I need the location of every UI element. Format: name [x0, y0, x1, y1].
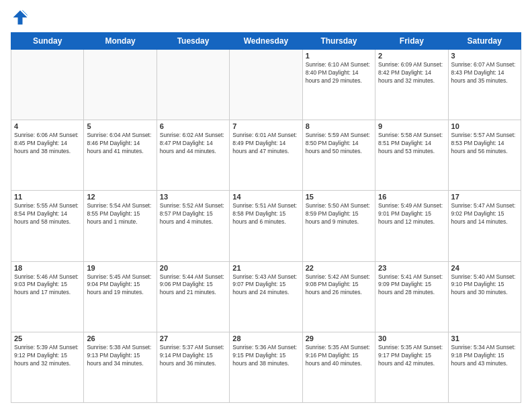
day-number: 17	[451, 193, 518, 201]
day-number: 6	[160, 122, 226, 130]
weekday-header-wednesday: Wednesday	[230, 33, 302, 50]
calendar-cell: 31Sunrise: 5:34 AM Sunset: 9:18 PM Dayli…	[448, 332, 521, 402]
weekday-header-tuesday: Tuesday	[157, 33, 229, 50]
calendar-cell	[230, 50, 302, 120]
day-number: 13	[160, 193, 226, 201]
day-number: 9	[378, 122, 445, 130]
calendar-cell: 1Sunrise: 6:10 AM Sunset: 8:40 PM Daylig…	[302, 50, 375, 120]
calendar-cell: 4Sunrise: 6:06 AM Sunset: 8:45 PM Daylig…	[11, 120, 84, 191]
day-info: Sunrise: 5:50 AM Sunset: 8:59 PM Dayligh…	[306, 202, 372, 226]
week-row-2: 4Sunrise: 6:06 AM Sunset: 8:45 PM Daylig…	[11, 120, 521, 191]
day-number: 29	[306, 334, 372, 342]
calendar-table: SundayMondayTuesdayWednesdayThursdayFrid…	[11, 32, 521, 403]
day-number: 7	[232, 122, 299, 130]
day-info: Sunrise: 6:06 AM Sunset: 8:45 PM Dayligh…	[14, 132, 81, 156]
day-info: Sunrise: 5:49 AM Sunset: 9:01 PM Dayligh…	[378, 202, 445, 226]
day-number: 24	[451, 264, 518, 272]
header	[11, 8, 521, 27]
day-info: Sunrise: 5:43 AM Sunset: 9:07 PM Dayligh…	[232, 273, 299, 298]
day-number: 26	[87, 334, 153, 342]
day-info: Sunrise: 5:35 AM Sunset: 9:16 PM Dayligh…	[306, 344, 372, 368]
calendar-cell: 15Sunrise: 5:50 AM Sunset: 8:59 PM Dayli…	[302, 191, 375, 261]
day-info: Sunrise: 5:59 AM Sunset: 8:50 PM Dayligh…	[306, 132, 372, 156]
day-info: Sunrise: 6:01 AM Sunset: 8:49 PM Dayligh…	[232, 132, 299, 156]
calendar-cell: 17Sunrise: 5:47 AM Sunset: 9:02 PM Dayli…	[448, 191, 521, 261]
day-info: Sunrise: 5:37 AM Sunset: 9:14 PM Dayligh…	[160, 344, 226, 368]
day-number: 5	[87, 122, 153, 130]
calendar-cell: 29Sunrise: 5:35 AM Sunset: 9:16 PM Dayli…	[302, 332, 375, 402]
calendar-cell: 24Sunrise: 5:40 AM Sunset: 9:10 PM Dayli…	[448, 261, 521, 332]
calendar-cell: 23Sunrise: 5:41 AM Sunset: 9:09 PM Dayli…	[375, 261, 448, 332]
calendar-cell: 12Sunrise: 5:54 AM Sunset: 8:55 PM Dayli…	[84, 191, 157, 261]
day-number: 25	[14, 334, 81, 342]
day-number: 20	[160, 264, 226, 272]
weekday-header-monday: Monday	[84, 33, 157, 50]
weekday-header-sunday: Sunday	[11, 33, 84, 50]
weekday-header-thursday: Thursday	[302, 33, 375, 50]
week-row-1: 1Sunrise: 6:10 AM Sunset: 8:40 PM Daylig…	[11, 50, 521, 120]
day-number: 1	[306, 52, 372, 60]
day-info: Sunrise: 5:52 AM Sunset: 8:57 PM Dayligh…	[160, 202, 226, 226]
day-info: Sunrise: 6:07 AM Sunset: 8:43 PM Dayligh…	[451, 61, 518, 85]
day-info: Sunrise: 5:45 AM Sunset: 9:04 PM Dayligh…	[87, 273, 153, 298]
day-number: 31	[451, 334, 518, 342]
calendar-cell: 10Sunrise: 5:57 AM Sunset: 8:53 PM Dayli…	[448, 120, 521, 191]
calendar-cell: 7Sunrise: 6:01 AM Sunset: 8:49 PM Daylig…	[230, 120, 302, 191]
day-number: 23	[378, 264, 445, 272]
week-row-5: 25Sunrise: 5:39 AM Sunset: 9:12 PM Dayli…	[11, 332, 521, 402]
calendar-cell: 11Sunrise: 5:55 AM Sunset: 8:54 PM Dayli…	[11, 191, 84, 261]
weekday-header-friday: Friday	[375, 33, 448, 50]
day-number: 15	[306, 193, 372, 201]
week-row-3: 11Sunrise: 5:55 AM Sunset: 8:54 PM Dayli…	[11, 191, 521, 261]
day-number: 14	[232, 193, 299, 201]
weekday-header-saturday: Saturday	[448, 33, 521, 50]
calendar-cell: 21Sunrise: 5:43 AM Sunset: 9:07 PM Dayli…	[230, 261, 302, 332]
day-number: 27	[160, 334, 226, 342]
day-info: Sunrise: 5:42 AM Sunset: 9:08 PM Dayligh…	[306, 273, 372, 298]
calendar-cell: 5Sunrise: 6:04 AM Sunset: 8:46 PM Daylig…	[84, 120, 157, 191]
day-info: Sunrise: 5:44 AM Sunset: 9:06 PM Dayligh…	[160, 273, 226, 298]
page: SundayMondayTuesdayWednesdayThursdayFrid…	[0, 0, 532, 411]
day-info: Sunrise: 5:39 AM Sunset: 9:12 PM Dayligh…	[14, 344, 81, 368]
calendar-cell: 8Sunrise: 5:59 AM Sunset: 8:50 PM Daylig…	[302, 120, 375, 191]
day-number: 18	[14, 264, 81, 272]
day-info: Sunrise: 6:04 AM Sunset: 8:46 PM Dayligh…	[87, 132, 153, 156]
calendar-cell	[84, 50, 157, 120]
day-info: Sunrise: 5:55 AM Sunset: 8:54 PM Dayligh…	[14, 202, 81, 226]
calendar-cell: 6Sunrise: 6:02 AM Sunset: 8:47 PM Daylig…	[157, 120, 229, 191]
day-number: 8	[306, 122, 372, 130]
day-number: 30	[378, 334, 445, 342]
weekday-header-row: SundayMondayTuesdayWednesdayThursdayFrid…	[11, 33, 521, 50]
day-number: 28	[232, 334, 299, 342]
calendar-cell: 27Sunrise: 5:37 AM Sunset: 9:14 PM Dayli…	[157, 332, 229, 402]
calendar-cell: 19Sunrise: 5:45 AM Sunset: 9:04 PM Dayli…	[84, 261, 157, 332]
day-number: 3	[451, 52, 518, 60]
day-info: Sunrise: 5:51 AM Sunset: 8:58 PM Dayligh…	[232, 202, 299, 226]
calendar-cell: 25Sunrise: 5:39 AM Sunset: 9:12 PM Dayli…	[11, 332, 84, 402]
calendar-cell: 18Sunrise: 5:46 AM Sunset: 9:03 PM Dayli…	[11, 261, 84, 332]
logo-icon	[11, 8, 30, 27]
calendar-cell	[11, 50, 84, 120]
day-number: 2	[378, 52, 445, 60]
logo	[11, 8, 32, 27]
calendar-cell: 13Sunrise: 5:52 AM Sunset: 8:57 PM Dayli…	[157, 191, 229, 261]
day-info: Sunrise: 6:09 AM Sunset: 8:42 PM Dayligh…	[378, 61, 445, 85]
day-info: Sunrise: 5:35 AM Sunset: 9:17 PM Dayligh…	[378, 344, 445, 368]
day-info: Sunrise: 5:47 AM Sunset: 9:02 PM Dayligh…	[451, 202, 518, 226]
calendar-cell: 26Sunrise: 5:38 AM Sunset: 9:13 PM Dayli…	[84, 332, 157, 402]
day-number: 16	[378, 193, 445, 201]
calendar-cell: 30Sunrise: 5:35 AM Sunset: 9:17 PM Dayli…	[375, 332, 448, 402]
day-number: 4	[14, 122, 81, 130]
calendar-cell: 16Sunrise: 5:49 AM Sunset: 9:01 PM Dayli…	[375, 191, 448, 261]
day-info: Sunrise: 5:34 AM Sunset: 9:18 PM Dayligh…	[451, 344, 518, 368]
day-number: 19	[87, 264, 153, 272]
day-info: Sunrise: 6:10 AM Sunset: 8:40 PM Dayligh…	[306, 61, 372, 85]
calendar-cell: 20Sunrise: 5:44 AM Sunset: 9:06 PM Dayli…	[157, 261, 229, 332]
day-info: Sunrise: 6:02 AM Sunset: 8:47 PM Dayligh…	[160, 132, 226, 156]
day-number: 22	[306, 264, 372, 272]
day-info: Sunrise: 5:41 AM Sunset: 9:09 PM Dayligh…	[378, 273, 445, 298]
week-row-4: 18Sunrise: 5:46 AM Sunset: 9:03 PM Dayli…	[11, 261, 521, 332]
calendar-cell	[157, 50, 229, 120]
calendar-cell: 9Sunrise: 5:58 AM Sunset: 8:51 PM Daylig…	[375, 120, 448, 191]
day-number: 21	[232, 264, 299, 272]
